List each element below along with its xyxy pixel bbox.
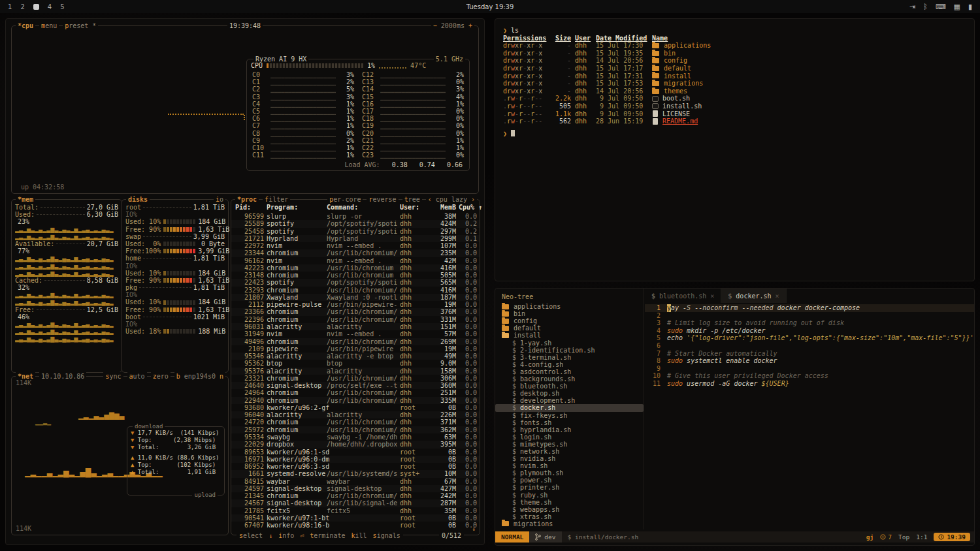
neotree-item[interactable]: migrations bbox=[495, 520, 644, 527]
process-row[interactable]: 21785fcitx5fcitx5dhh35M0.0 bbox=[231, 507, 480, 514]
proc-per-core-button[interactable]: per-core bbox=[327, 195, 363, 204]
workspace-button[interactable]: 2 bbox=[20, 3, 24, 10]
footer-key-icon[interactable]: ↓ bbox=[269, 532, 272, 539]
proc-col-header[interactable]: User: bbox=[400, 204, 426, 211]
process-row[interactable]: 21345chromium/usr/lib/chromium/dhh242M0.… bbox=[231, 492, 480, 499]
process-row[interactable]: 95334swaybgswaybg -i /home/dhdhh63M0.0 bbox=[231, 433, 480, 441]
battery-icon[interactable]: ▮ bbox=[968, 3, 972, 11]
tab-close-icon[interactable]: × bbox=[710, 292, 714, 300]
proc-col-header[interactable]: Pid: bbox=[235, 204, 264, 211]
proc-col-header[interactable]: Cpu% ↑ bbox=[459, 204, 477, 211]
neotree-item[interactable]: $desktop.sh bbox=[495, 390, 644, 397]
process-row[interactable]: 23366chromium/usr/lib/chromium/dhh376M0.… bbox=[231, 308, 480, 315]
editor-line[interactable]: 1yay -S --noconfirm --needed docker dock… bbox=[645, 304, 974, 312]
scroll-down-icon[interactable]: ↓ bbox=[472, 525, 476, 532]
sort-next-icon[interactable]: › bbox=[467, 196, 475, 203]
proc-col-header[interactable]: Command: bbox=[327, 204, 397, 211]
editor-line[interactable]: 11sudo usermod -aG docker ${USER} bbox=[645, 380, 974, 388]
interval-minus-button[interactable]: − bbox=[433, 22, 437, 29]
process-row[interactable]: 21721HyprlandHyprlanddhh299M0.1 bbox=[231, 235, 480, 242]
footer-terminate-button[interactable]: terminate bbox=[310, 532, 345, 539]
neotree-item[interactable]: install bbox=[495, 332, 644, 339]
process-row[interactable]: 95362btopbtopdhh9.0M0.0 bbox=[231, 360, 480, 367]
net-interface-switcher[interactable]: b enp194s0 n bbox=[174, 372, 225, 381]
neotree-item[interactable]: $theme.sh bbox=[495, 499, 644, 506]
neotree-item[interactable]: $plymouth.sh bbox=[495, 469, 644, 477]
process-row[interactable]: 16971kworker/u96:0-dmroot0B0.0 bbox=[231, 456, 480, 463]
neotree-item[interactable]: $network.sh bbox=[495, 448, 644, 455]
proc-reverse-button[interactable]: reverse bbox=[367, 195, 398, 204]
process-row[interactable]: 22423spotify/opt/spotify/spotidhh565M0.0 bbox=[231, 279, 480, 286]
interval-plus-button[interactable]: + bbox=[468, 22, 472, 29]
process-row[interactable]: 90541kworker/u97:1-btroot0B0.0 bbox=[231, 514, 480, 522]
process-row[interactable]: 22940chromium/usr/lib/chromium/dhh335M0.… bbox=[231, 397, 480, 404]
proc-col-header[interactable]: Program: bbox=[267, 204, 324, 211]
neotree-item[interactable]: config bbox=[495, 317, 644, 324]
footer-key-icon[interactable]: ⏎ bbox=[300, 532, 304, 539]
neotree-item[interactable]: $nvim.sh bbox=[495, 462, 644, 469]
process-row[interactable]: 24964chromium/usr/lib/chromium/dhh251M0.… bbox=[231, 389, 480, 396]
process-row[interactable]: 93680kworker/u96:2-gfroot0B0.0 bbox=[231, 404, 480, 411]
footer-info-button[interactable]: info bbox=[278, 532, 294, 539]
process-row[interactable]: 23321chromium/usr/lib/chromium/dhh306M0.… bbox=[231, 375, 480, 382]
process-row[interactable]: 24640signal-desktop/proc/self/exe --tdhh… bbox=[231, 382, 480, 389]
menu-button[interactable]: menu bbox=[39, 22, 59, 30]
neotree-item[interactable]: $bluetooth.sh bbox=[495, 383, 644, 390]
footer-kill-button[interactable]: kill bbox=[351, 532, 367, 539]
editor-line[interactable]: 10# Give this user privileged Docker acc… bbox=[645, 372, 974, 380]
neotree-item[interactable]: bin bbox=[495, 310, 644, 317]
process-row[interactable]: 96040alacrittyalacrittydhh226M0.0 bbox=[231, 411, 480, 418]
process-table-header[interactable]: Pid:Program:Command:User:MemBCpu% ↑ bbox=[231, 204, 480, 211]
process-row[interactable]: 96162nvimnvim --embed .dhh42M0.0 bbox=[231, 257, 480, 264]
neotree-item[interactable]: $mimetypes.sh bbox=[495, 441, 644, 448]
process-row[interactable]: 31949nvimnvim --embed .dhh57M0.0 bbox=[231, 330, 480, 338]
neotree-item[interactable]: $webapps.sh bbox=[495, 506, 644, 513]
sort-prev-icon[interactable]: ‹ bbox=[428, 196, 436, 203]
neotree-item[interactable]: default bbox=[495, 324, 644, 332]
neotree-item[interactable]: $development.sh bbox=[495, 397, 644, 404]
editor-line[interactable]: 6 bbox=[645, 342, 974, 350]
process-row[interactable]: 42223chromium/usr/lib/chromium .dhh416M0… bbox=[231, 264, 480, 272]
tab-close-icon[interactable]: × bbox=[776, 292, 779, 300]
process-row[interactable]: 96599slurpslurp -ordhh38M0.0 bbox=[231, 213, 480, 220]
process-row[interactable]: 2109pipewire/usr/bin/pipewiredhh19M0.0 bbox=[231, 345, 480, 353]
editor-line[interactable]: 5echo '{"log-driver":"json-file","log-op… bbox=[645, 334, 974, 342]
workspace-active[interactable] bbox=[33, 4, 39, 10]
neotree-item[interactable]: $printer.sh bbox=[495, 484, 644, 491]
editor-line[interactable]: 9 bbox=[645, 365, 974, 373]
net-auto-button[interactable]: auto bbox=[127, 372, 147, 381]
neotree-item[interactable]: $docker.sh bbox=[495, 404, 644, 411]
neotree-item[interactable]: $backgrounds.sh bbox=[495, 375, 644, 383]
filter-button[interactable]: filter bbox=[263, 195, 290, 204]
neotree-item[interactable]: $hyprlandia.sh bbox=[495, 426, 644, 433]
process-row[interactable]: 25972chromium/usr/lib/chromium/dhh362M0.… bbox=[231, 426, 480, 433]
neotree-item[interactable]: applications bbox=[495, 303, 644, 310]
editor-line[interactable]: 7# Start Docker automatically bbox=[645, 350, 974, 358]
neotree-item[interactable]: $login.sh bbox=[495, 433, 644, 441]
process-row[interactable]: 96031alacrittyalacrittydhh151M0.0 bbox=[231, 323, 480, 330]
keyboard-icon[interactable]: ⌨ bbox=[936, 3, 946, 11]
process-row[interactable]: 24720chromium/usr/lib/chromium/dhh371M0.… bbox=[231, 418, 480, 426]
process-row[interactable]: 2112pipewire-pulse/usr/bin/pipewire-dhh1… bbox=[231, 301, 480, 308]
footer-select-button[interactable]: select bbox=[239, 532, 263, 539]
editor-line[interactable]: 4sudo mkdir -p /etc/docker bbox=[645, 327, 974, 335]
process-row[interactable]: 24567signal-desktop/usr/lib/signal-dedhh… bbox=[231, 499, 480, 507]
buffer-tab[interactable]: $bluetooth.sh× bbox=[645, 289, 721, 303]
editor-line[interactable]: 2 bbox=[645, 312, 974, 320]
proc-sort-mode[interactable]: ‹ cpu lazy › bbox=[426, 195, 477, 204]
workspace-button[interactable]: 1 bbox=[8, 3, 12, 10]
process-row[interactable]: 49496chromium/usr/lib/chromium/dhh269M0.… bbox=[231, 338, 480, 345]
process-row[interactable]: 22029dropbox/home/dhh/.dropboxdhh395M0.0 bbox=[231, 441, 480, 448]
neotree-item[interactable]: $3-terminal.sh bbox=[495, 354, 644, 361]
neotree-item[interactable]: $nvidia.sh bbox=[495, 455, 644, 462]
process-row[interactable]: 89653kworker/u96:1-sdroot0B0.0 bbox=[231, 449, 480, 456]
process-row[interactable]: 25458spotify/opt/spotify/spotidhh297M0.2 bbox=[231, 228, 480, 235]
process-row[interactable]: 22396chromium/usr/lib/chromium/dhh331M0.… bbox=[231, 316, 480, 323]
proc-col-header[interactable]: MemB bbox=[429, 204, 456, 211]
bluetooth-icon[interactable]: ᛒ bbox=[923, 3, 928, 11]
editor-line[interactable]: 3# Limit log size to avoid running out o… bbox=[645, 319, 974, 327]
workspace-button[interactable]: 5 bbox=[60, 3, 64, 10]
logout-icon[interactable]: ⇥ bbox=[909, 3, 915, 11]
preset-button[interactable]: preset * bbox=[63, 22, 98, 30]
process-row[interactable]: 95376alacrittyalacrittydhh158M0.0 bbox=[231, 368, 480, 375]
